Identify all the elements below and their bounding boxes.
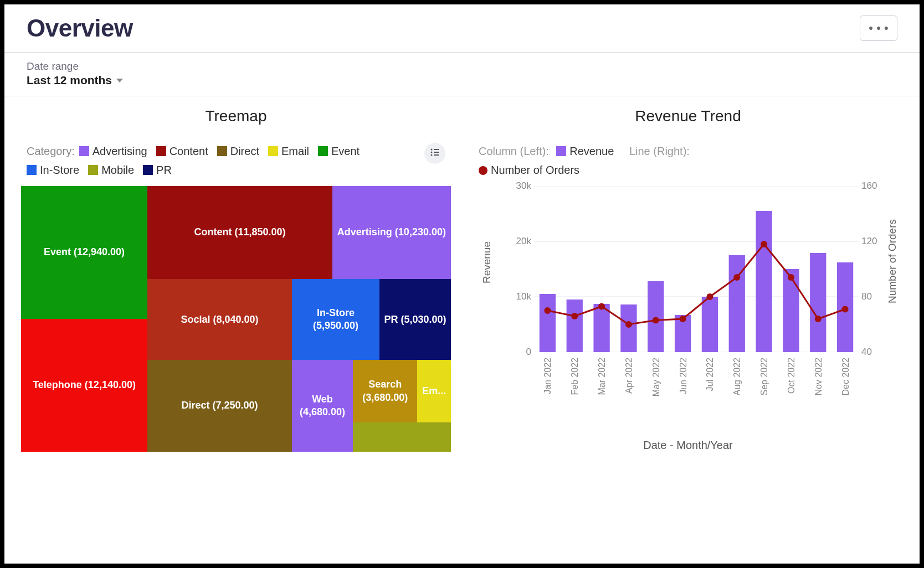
swatch-icon [268, 146, 278, 156]
svg-point-27 [680, 316, 686, 322]
svg-rect-10 [540, 294, 556, 352]
svg-point-24 [598, 303, 605, 310]
swatch-icon [79, 146, 89, 156]
svg-rect-1 [434, 149, 439, 150]
revenue-trend-title: Revenue Trend [473, 107, 903, 125]
x-tick: Sep 2022 [759, 358, 769, 396]
svg-point-0 [431, 148, 433, 150]
x-tick: May 2022 [651, 358, 661, 396]
treemap-chart[interactable]: Event (12,940.00)Content (11,850.00)Adve… [21, 186, 451, 452]
y-tick-right: 120 [861, 236, 889, 247]
orders-swatch-icon [479, 166, 487, 175]
svg-point-29 [733, 274, 740, 281]
svg-point-28 [706, 293, 713, 300]
svg-rect-14 [648, 281, 664, 352]
swatch-icon [143, 165, 153, 175]
x-tick: Jul 2022 [705, 358, 715, 391]
treemap-cell[interactable]: Search (3,680.00) [353, 360, 417, 422]
treemap-cell[interactable]: Direct (7,250.00) [147, 360, 292, 452]
date-range-value: Last 12 months [27, 74, 112, 87]
treemap-cell[interactable]: Content (11,850.00) [147, 186, 332, 279]
legend-item[interactable]: Advertising [79, 142, 147, 161]
x-tick: Jan 2022 [543, 358, 553, 394]
legend-item[interactable]: Content [156, 142, 208, 161]
y-axis-left-label: Revenue [481, 241, 493, 283]
treemap-cell[interactable]: Event (12,940.00) [21, 186, 147, 319]
y-tick-left: 0 [498, 347, 531, 358]
chevron-down-icon [116, 79, 123, 82]
x-tick: Feb 2022 [570, 358, 580, 395]
x-tick: Aug 2022 [732, 358, 742, 396]
treemap-cell[interactable]: PR (5,030.00) [379, 279, 451, 360]
date-range-label: Date range [27, 60, 897, 73]
x-tick: Nov 2022 [814, 358, 824, 396]
svg-rect-11 [567, 300, 583, 352]
legend-item[interactable]: PR [143, 161, 172, 179]
svg-point-2 [431, 151, 433, 153]
svg-point-25 [625, 321, 632, 328]
y-tick-left: 20k [498, 236, 531, 247]
treemap-cell[interactable]: Advertising (10,230.00) [332, 186, 451, 279]
more-menu-button[interactable]: • • • [860, 16, 897, 41]
legend-item[interactable]: In-Store [27, 161, 79, 179]
x-tick: Mar 2022 [597, 358, 607, 395]
treemap-cell[interactable]: Web (4,680.00) [292, 360, 353, 452]
svg-point-4 [431, 154, 433, 156]
revenue-trend-panel: Revenue Trend Column (Left): Revenue Lin… [473, 107, 903, 452]
x-axis-label: Date - Month/Year [473, 439, 903, 452]
treemap-cell[interactable]: Telephone (12,140.00) [21, 319, 147, 452]
revenue-trend-legend: Column (Left): Revenue Line (Right): Num… [473, 142, 903, 179]
legend-item[interactable]: Mobile [88, 161, 134, 179]
svg-rect-5 [434, 154, 439, 156]
treemap-cell[interactable]: In-Store (5,950.00) [292, 279, 379, 360]
svg-rect-3 [434, 152, 439, 153]
legend-column-label: Column (Left): [479, 145, 549, 157]
treemap-cell[interactable]: Social (8,040.00) [147, 279, 292, 360]
svg-rect-18 [756, 211, 772, 352]
svg-rect-20 [810, 253, 826, 352]
revenue-trend-chart[interactable]: Revenue Number of Orders Date - Month/Ye… [473, 186, 903, 452]
legend-toggle-button[interactable] [424, 143, 445, 164]
y-tick-left: 10k [498, 291, 531, 302]
legend-item[interactable]: Email [268, 142, 309, 161]
svg-point-26 [653, 317, 659, 324]
swatch-icon [88, 165, 98, 175]
svg-rect-16 [702, 297, 718, 352]
y-tick-right: 80 [861, 291, 889, 302]
legend-orders: Number of Orders [491, 164, 579, 176]
x-tick: Dec 2022 [841, 358, 851, 396]
y-tick-right: 40 [861, 347, 889, 358]
treemap-cell[interactable]: Em... [417, 360, 451, 422]
y-tick-left: 30k [498, 180, 531, 192]
treemap-cell[interactable] [353, 422, 451, 452]
revenue-swatch-icon [556, 146, 566, 156]
y-tick-right: 160 [861, 180, 889, 192]
treemap-title: Treemap [21, 107, 451, 125]
svg-point-23 [571, 313, 578, 319]
swatch-icon [318, 146, 328, 156]
ellipsis-icon: • • • [869, 21, 888, 35]
swatch-icon [156, 146, 166, 156]
legend-item[interactable]: Direct [217, 142, 259, 161]
page-title: Overview [27, 14, 133, 42]
svg-rect-19 [783, 269, 799, 352]
svg-point-31 [788, 274, 794, 281]
x-tick: Jun 2022 [679, 358, 689, 394]
list-icon [430, 147, 440, 160]
svg-point-32 [815, 316, 822, 322]
svg-point-30 [761, 241, 767, 247]
treemap-legend: Category:AdvertisingContentDirectEmailEv… [27, 142, 419, 179]
svg-point-22 [544, 307, 551, 314]
x-tick: Apr 2022 [624, 358, 634, 394]
date-range-selector[interactable]: Last 12 months [27, 74, 123, 87]
legend-item[interactable]: Event [318, 142, 360, 161]
svg-point-33 [842, 306, 849, 313]
swatch-icon [27, 165, 37, 175]
legend-revenue: Revenue [569, 145, 614, 157]
x-tick: Oct 2022 [787, 358, 797, 394]
legend-line-label: Line (Right): [629, 145, 690, 157]
svg-rect-13 [620, 304, 636, 352]
treemap-panel: Treemap Category:AdvertisingContentDirec… [21, 107, 451, 452]
swatch-icon [217, 146, 227, 156]
